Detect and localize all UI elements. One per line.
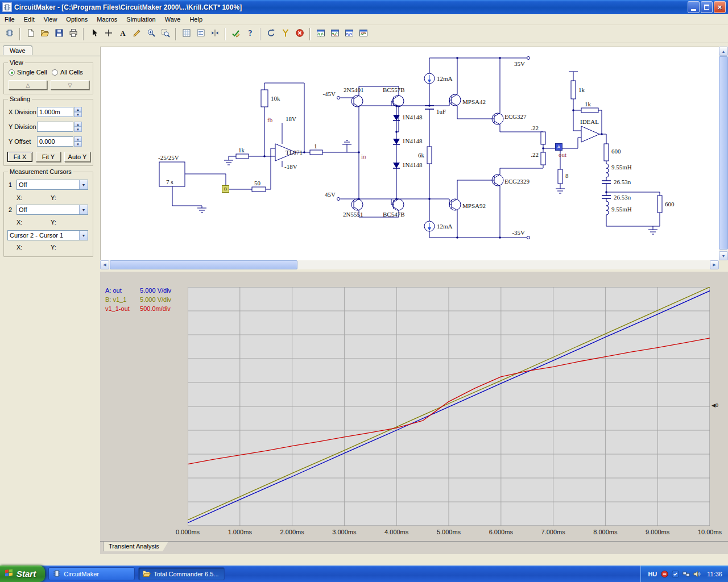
total-commander-task-icon (142, 569, 151, 579)
horizontal-scroll-thumb[interactable] (110, 260, 297, 269)
tab-wave[interactable]: Wave (3, 45, 32, 55)
x-division-input[interactable] (37, 107, 73, 117)
cursor1-select[interactable]: Off ▼ (16, 180, 88, 190)
zoom-area-button[interactable] (158, 27, 172, 41)
menu-edit[interactable]: Edit (19, 15, 39, 24)
wave-analog-button[interactable] (313, 27, 328, 41)
close-button[interactable]: × (714, 1, 726, 13)
menu-options[interactable]: Options (61, 15, 92, 24)
schematic-canvas[interactable]: 10kfb18V-18V1kTL071-25/25V7 s50-45V2N540… (100, 47, 719, 260)
dropdown-arrow-icon[interactable]: ▼ (79, 205, 88, 214)
menu-simulation[interactable]: Simulation (122, 15, 160, 24)
schematic-vertical-scrollbar[interactable]: ▲ ▼ (719, 47, 728, 260)
task-total-commander[interactable]: Total Commander 6.5... (138, 567, 225, 580)
legend-trace-b[interactable]: B: v1_1 5.000 V/div (105, 296, 171, 303)
cursor2-select[interactable]: Off ▼ (16, 205, 88, 215)
schematic-label: 1N4148 (402, 114, 422, 120)
wire-button[interactable] (101, 27, 115, 41)
tray-red-icon[interactable] (660, 569, 669, 578)
dropdown-arrow-icon[interactable]: ▼ (79, 180, 88, 189)
cursor2-x-label: X: (16, 219, 22, 226)
reset-button[interactable] (264, 27, 278, 41)
wave-digital-button[interactable] (342, 27, 356, 41)
stop-simulation-button[interactable] (292, 27, 307, 41)
sheet-grid-button[interactable] (179, 27, 193, 41)
spinner-up-icon[interactable]: ▲ (74, 122, 82, 127)
spinner-down-icon[interactable]: ▼ (74, 127, 82, 132)
legend-trace-b-name: B: v1_1 (105, 296, 138, 303)
scroll-right-icon[interactable]: ▶ (710, 260, 719, 269)
schematic-label: .22 (531, 151, 539, 158)
wave-multi-button[interactable] (328, 27, 342, 41)
minimize-button[interactable] (688, 1, 700, 13)
wave-mixed-button[interactable] (356, 27, 370, 41)
schematic-label: 6k (418, 152, 424, 159)
simulation-check-icon (231, 28, 241, 39)
radio-all-cells[interactable]: All Cells (52, 69, 83, 76)
windows-flag-icon (5, 568, 14, 579)
menu-view[interactable]: View (39, 15, 62, 24)
scroll-up-icon[interactable]: ▲ (719, 47, 728, 56)
scroll-left-icon[interactable]: ◀ (100, 260, 109, 269)
cell-down-button[interactable]: ▽ (51, 80, 89, 90)
y-division-input[interactable] (37, 122, 73, 132)
auto-y-button[interactable]: Auto Y (64, 152, 90, 162)
menu-help[interactable]: Help (185, 15, 207, 24)
cell-up-button[interactable]: △ (9, 80, 47, 90)
print-button[interactable] (66, 27, 80, 41)
schematic-label: 1k (585, 101, 591, 107)
radio-single-cell[interactable]: Single Cell (9, 69, 47, 76)
split-view-button[interactable] (208, 27, 222, 41)
toolbar-separator (309, 28, 311, 40)
cursor-diff-select[interactable]: Cursor 2 - Cursor 1 ▼ (7, 230, 88, 240)
component-button[interactable] (2, 27, 16, 41)
close-icon: × (718, 3, 722, 11)
zoom-in-button[interactable] (144, 27, 158, 41)
language-indicator[interactable]: HU (648, 571, 657, 577)
cursor-button[interactable] (87, 27, 101, 41)
menu-wave[interactable]: Wave (160, 15, 185, 24)
vertical-scroll-thumb[interactable] (719, 56, 728, 250)
radio-single-cell-dot (9, 69, 15, 76)
tray-blue-icon[interactable] (671, 569, 680, 578)
menu-macros[interactable]: Macros (92, 15, 122, 24)
probe-b-marker[interactable]: B (222, 185, 229, 193)
y-offset-input[interactable] (37, 136, 73, 147)
y-division-spinner[interactable]: ▲▼ (74, 122, 82, 132)
open-file-button[interactable] (38, 27, 52, 41)
probe-a-marker[interactable]: A (555, 143, 562, 151)
tray-screens-icon[interactable] (682, 569, 690, 578)
scroll-down-icon[interactable]: ▼ (719, 251, 728, 260)
task-circuitmaker[interactable]: CircuitMaker (48, 567, 135, 580)
toolbar-separator (175, 28, 176, 40)
dropdown-arrow-icon[interactable]: ▼ (79, 231, 88, 240)
legend-trace-a[interactable]: A: out 5.000 V/div (105, 287, 171, 294)
simulation-check-button[interactable] (229, 27, 243, 41)
probe-y-button[interactable] (278, 27, 292, 41)
y-division-label: Y Division (9, 123, 36, 130)
volume-icon[interactable] (693, 569, 701, 578)
maximize-button[interactable] (701, 1, 713, 13)
save-button[interactable] (52, 27, 66, 41)
probe-pen-button[interactable] (130, 27, 144, 41)
sheet-view-button[interactable] (193, 27, 208, 41)
new-file-button[interactable] (23, 27, 38, 41)
spinner-down-icon[interactable]: ▼ (74, 112, 82, 117)
menu-file[interactable]: File (0, 15, 19, 24)
fit-y-button[interactable]: Fit Y (36, 152, 61, 162)
schematic-horizontal-scrollbar[interactable]: ◀ ▶ (100, 260, 719, 269)
spinner-up-icon[interactable]: ▲ (74, 136, 82, 142)
start-button[interactable]: Start (0, 566, 45, 582)
fit-x-button[interactable]: Fit X (7, 152, 32, 162)
text-button[interactable]: A (115, 27, 130, 41)
y-offset-spinner[interactable]: ▲▼ (74, 136, 82, 147)
maximize-icon (704, 5, 709, 10)
tab-transient-analysis[interactable]: Transient Analysis (103, 542, 168, 551)
spinner-down-icon[interactable]: ▼ (74, 142, 82, 147)
legend-trace-diff[interactable]: v1_1-out 500.0m/div (105, 305, 171, 312)
spinner-up-icon[interactable]: ▲ (74, 107, 82, 112)
waveform-plot[interactable] (188, 287, 710, 526)
x-division-spinner[interactable]: ▲▼ (74, 107, 82, 117)
window-title: CircuitMaker - [C:\Program Files\Circuit… (14, 3, 688, 11)
help-button[interactable]: ? (243, 27, 257, 41)
